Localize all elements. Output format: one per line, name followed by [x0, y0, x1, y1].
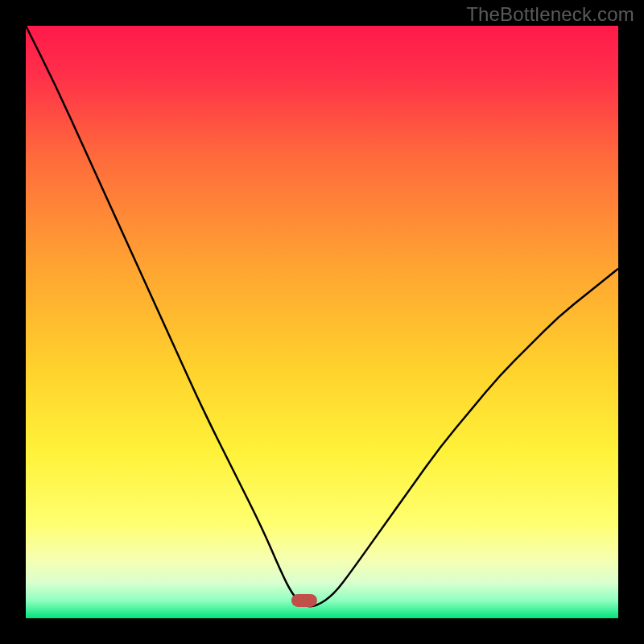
optimal-marker: [291, 594, 317, 607]
plot-area: [26, 26, 618, 618]
gradient-background: [26, 26, 618, 618]
watermark-text: TheBottleneck.com: [466, 3, 634, 26]
marker-pill: [291, 594, 317, 607]
chart-frame: TheBottleneck.com: [0, 0, 644, 644]
chart-svg: [26, 26, 618, 618]
